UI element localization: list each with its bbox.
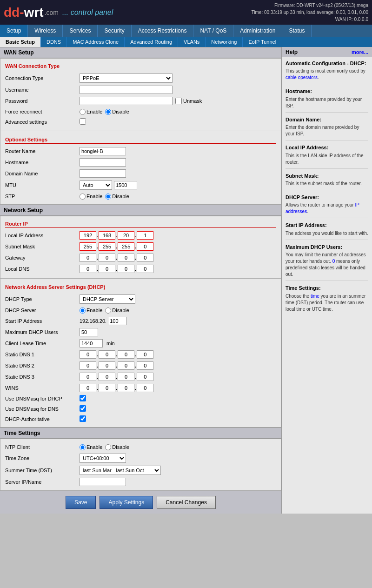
tab-setup[interactable]: Setup bbox=[0, 25, 28, 37]
sdns2-octet4[interactable] bbox=[137, 361, 153, 370]
gateway-octet1[interactable] bbox=[80, 254, 96, 262]
sub-tab-basic-setup[interactable]: Basic Setup bbox=[0, 37, 41, 47]
help-item-text-3: This is the LAN-side IP address of the r… bbox=[286, 153, 368, 166]
force-disable-label[interactable]: Disable bbox=[105, 109, 129, 115]
force-reconnect-label: Force reconnect bbox=[5, 109, 80, 114]
subnet-octet4[interactable] bbox=[137, 242, 153, 251]
use-dnsmasq-dhcp-checkbox[interactable] bbox=[80, 395, 86, 401]
cancel-changes-button[interactable]: Cancel Changes bbox=[157, 496, 216, 509]
sdns2-octet3[interactable] bbox=[118, 361, 134, 370]
unmask-checkbox[interactable] bbox=[175, 98, 182, 104]
tab-status[interactable]: Status bbox=[282, 25, 312, 37]
wins-octet1[interactable] bbox=[80, 384, 96, 392]
sdns1-octet3[interactable] bbox=[118, 350, 134, 359]
static-dns1-group: . . . bbox=[80, 350, 276, 359]
tab-security[interactable]: Security bbox=[98, 25, 131, 37]
advanced-settings-checkbox[interactable] bbox=[80, 118, 86, 125]
sub-tab-vlans[interactable]: VLANs bbox=[178, 37, 206, 47]
wins-octet3[interactable] bbox=[118, 384, 134, 392]
gateway-octet3[interactable] bbox=[118, 254, 134, 262]
sub-tab-eoip[interactable]: EoIP Tunnel bbox=[243, 37, 282, 47]
wins-octet2[interactable] bbox=[99, 384, 115, 392]
server-ip-input[interactable] bbox=[80, 478, 126, 486]
stp-enable-radio[interactable] bbox=[80, 194, 86, 200]
sdns3-octet1[interactable] bbox=[80, 373, 96, 381]
local-ip-octet1[interactable] bbox=[80, 231, 96, 240]
force-enable-radio[interactable] bbox=[80, 109, 86, 115]
server-ip-row: Server IP/Name bbox=[5, 476, 276, 488]
dhcp-enable-radio[interactable] bbox=[80, 307, 86, 314]
dhcp-disable-radio[interactable] bbox=[105, 307, 111, 314]
ntp-enable-label[interactable]: Enable bbox=[80, 444, 102, 450]
summer-time-select[interactable]: last Sun Mar - last Sun Oct Disabled bbox=[80, 466, 161, 475]
router-name-input[interactable] bbox=[80, 147, 126, 155]
gateway-octet2[interactable] bbox=[99, 254, 115, 262]
sdns3-octet2[interactable] bbox=[99, 373, 115, 381]
sdns2-octet2[interactable] bbox=[99, 361, 115, 370]
mtu-row: MTU Auto Manual bbox=[5, 179, 276, 191]
apply-settings-button[interactable]: Apply Settings bbox=[100, 496, 153, 509]
local-ip-octet3[interactable] bbox=[118, 231, 134, 240]
wins-octet4[interactable] bbox=[137, 384, 153, 392]
gateway-octet4[interactable] bbox=[137, 254, 153, 262]
subnet-octet1[interactable] bbox=[80, 242, 96, 251]
force-enable-label[interactable]: Enable bbox=[80, 109, 102, 115]
local-dns-octet3[interactable] bbox=[118, 265, 134, 273]
stp-disable-label[interactable]: Disable bbox=[105, 194, 129, 200]
stp-disable-text: Disable bbox=[112, 194, 129, 199]
unmask-label[interactable]: Unmask bbox=[175, 98, 202, 104]
subnet-octet3[interactable] bbox=[118, 242, 134, 251]
save-button[interactable]: Save bbox=[66, 496, 96, 509]
local-dns-octet4[interactable] bbox=[137, 265, 153, 273]
main-layout: WAN Setup WAN Connection Type Connection… bbox=[0, 47, 372, 514]
stp-enable-label[interactable]: Enable bbox=[80, 194, 102, 200]
start-ip-suffix-input[interactable] bbox=[108, 317, 126, 325]
ntp-enable-radio[interactable] bbox=[80, 444, 86, 450]
local-dns-octet2[interactable] bbox=[99, 265, 115, 273]
tab-services[interactable]: Services bbox=[63, 25, 98, 37]
sdns3-octet4[interactable] bbox=[137, 373, 153, 381]
stp-disable-radio[interactable] bbox=[105, 194, 111, 200]
help-more-link[interactable]: more... bbox=[352, 49, 368, 55]
sub-tab-ddns[interactable]: DDNS bbox=[41, 37, 67, 47]
local-ip-octet4[interactable] bbox=[137, 231, 153, 240]
dhcp-type-select[interactable]: DHCP Server DHCP Forwarder bbox=[80, 294, 135, 304]
max-dhcp-input[interactable] bbox=[80, 328, 98, 336]
subnet-mask-control: . . . bbox=[80, 242, 276, 251]
force-disable-radio[interactable] bbox=[105, 109, 111, 115]
mtu-value-input[interactable] bbox=[114, 181, 137, 189]
use-dnsmasq-dns-checkbox[interactable] bbox=[80, 405, 86, 412]
client-lease-input[interactable] bbox=[80, 339, 103, 347]
sdns1-octet4[interactable] bbox=[137, 350, 153, 359]
domain-name-input[interactable] bbox=[80, 169, 126, 178]
username-input[interactable] bbox=[80, 86, 173, 94]
dhcp-authoritative-checkbox[interactable] bbox=[80, 415, 86, 422]
mtu-select[interactable]: Auto Manual bbox=[80, 180, 112, 190]
password-input[interactable] bbox=[80, 97, 173, 105]
local-dns-octet1[interactable] bbox=[80, 265, 96, 273]
dhcp-enable-label[interactable]: Enable bbox=[80, 307, 102, 314]
tab-wireless[interactable]: Wireless bbox=[28, 25, 63, 37]
help-header: Help more... bbox=[282, 47, 372, 57]
sub-tab-advanced-routing[interactable]: Advanced Routing bbox=[125, 37, 178, 47]
divider2 bbox=[0, 278, 281, 279]
sub-tab-mac-clone[interactable]: MAC Address Clone bbox=[67, 37, 125, 47]
dhcp-disable-label[interactable]: Disable bbox=[105, 307, 129, 314]
ntp-disable-radio[interactable] bbox=[105, 444, 111, 450]
subnet-octet2[interactable] bbox=[99, 242, 115, 251]
conn-type-select[interactable]: PPPoE Automatic Configuration - DHCP Sta… bbox=[80, 74, 173, 83]
sdns2-octet1[interactable] bbox=[80, 361, 96, 370]
sub-tab-networking[interactable]: Networking bbox=[206, 37, 243, 47]
tab-access-restrictions[interactable]: Access Restrictions bbox=[132, 25, 194, 37]
sdns1-octet1[interactable] bbox=[80, 350, 96, 359]
timezone-select[interactable]: UTC+08:00 UTC UTC+05:30 UTC-05:00 bbox=[80, 454, 126, 463]
hostname-input[interactable] bbox=[80, 158, 126, 167]
sdns3-octet3[interactable] bbox=[118, 373, 134, 381]
tab-nat-qos[interactable]: NAT / QoS bbox=[193, 25, 233, 37]
local-ip-octet2[interactable] bbox=[99, 231, 115, 240]
sdns1-octet2[interactable] bbox=[99, 350, 115, 359]
tab-administration[interactable]: Administration bbox=[233, 25, 282, 37]
ntp-disable-label[interactable]: Disable bbox=[105, 444, 129, 450]
help-item-text-6: The address you would like to start with… bbox=[286, 230, 368, 237]
local-dns-row: Local DNS . . . bbox=[5, 263, 276, 274]
